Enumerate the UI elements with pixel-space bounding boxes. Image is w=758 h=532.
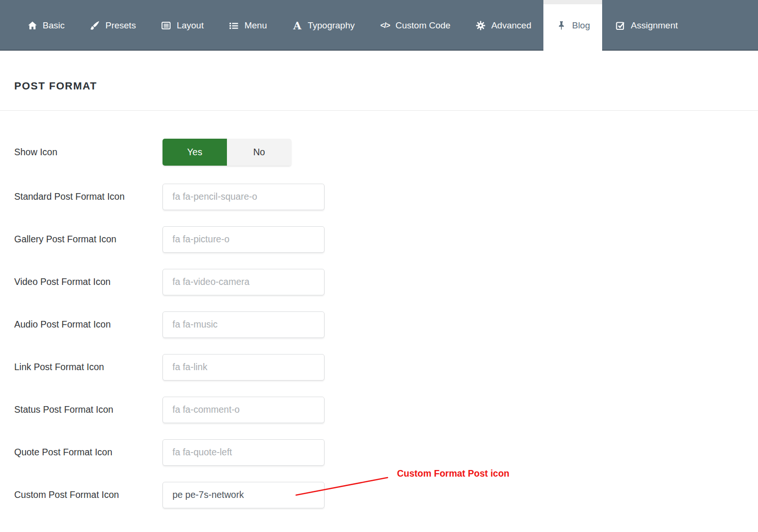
paintbrush-icon [89, 20, 100, 31]
layout-icon [161, 20, 172, 31]
audio-post-format-icon-input[interactable] [162, 311, 325, 338]
field-label: Video Post Format Icon [14, 276, 162, 287]
tab-label: Presets [105, 20, 135, 31]
tab-label: Typography [307, 20, 354, 31]
pin-icon [556, 20, 567, 31]
field-label: Show Icon [14, 147, 162, 158]
tab-assignment[interactable]: Assignment [602, 0, 690, 51]
video-post-format-icon-input[interactable] [162, 269, 325, 295]
typography-icon: A [291, 20, 303, 31]
tab-basic[interactable]: Basic [14, 0, 77, 51]
field-label: Audio Post Format Icon [14, 319, 162, 330]
form-row: Audio Post Format Icon [14, 311, 325, 338]
form-row: Link Post Format Icon [14, 354, 325, 381]
section-divider [0, 110, 758, 111]
gallery-post-format-icon-input[interactable] [162, 226, 325, 253]
gear-icon [475, 20, 487, 31]
tab-label: Custom Code [396, 20, 451, 31]
status-post-format-icon-input[interactable] [162, 397, 325, 423]
show-icon-toggle: Yes No [162, 139, 291, 166]
tab-custom-code[interactable]: </> Custom Code [367, 0, 463, 51]
field-label: Custom Post Format Icon [14, 489, 162, 500]
toggle-yes-button[interactable]: Yes [162, 139, 227, 166]
form-row: Custom Post Format Icon [14, 481, 325, 508]
tab-presets[interactable]: Presets [77, 0, 148, 51]
tab-label: Assignment [631, 20, 677, 31]
toggle-no-button[interactable]: No [227, 139, 291, 166]
tab-label: Basic [43, 20, 64, 31]
tab-label: Menu [244, 20, 267, 31]
tab-menu[interactable]: Menu [216, 0, 280, 51]
form-row: Standard Post Format Icon [14, 183, 325, 210]
form-row: Gallery Post Format Icon [14, 226, 325, 253]
tab-advanced[interactable]: Advanced [463, 0, 544, 51]
field-label: Status Post Format Icon [14, 404, 162, 415]
custom-post-format-icon-input[interactable] [162, 482, 325, 508]
form-row: Video Post Format Icon [14, 268, 325, 295]
tab-layout[interactable]: Layout [148, 0, 216, 51]
field-label: Quote Post Format Icon [14, 447, 162, 458]
field-label: Gallery Post Format Icon [14, 234, 162, 245]
link-post-format-icon-input[interactable] [162, 354, 325, 381]
tab-label: Advanced [491, 20, 532, 31]
quote-post-format-icon-input[interactable] [162, 439, 325, 466]
standard-post-format-icon-input[interactable] [162, 184, 325, 210]
tab-blog[interactable]: Blog [543, 0, 602, 51]
list-icon [228, 20, 240, 31]
form-row: Quote Post Format Icon [14, 439, 325, 466]
home-icon [27, 20, 38, 31]
tab-typography[interactable]: A Typography [279, 0, 367, 51]
code-icon: </> [379, 20, 391, 31]
field-label: Standard Post Format Icon [14, 191, 162, 202]
form-row: Status Post Format Icon [14, 396, 325, 423]
field-label: Link Post Format Icon [14, 362, 162, 372]
annotation-label: Custom Format Post icon [397, 468, 509, 479]
tab-label: Blog [572, 20, 590, 31]
top-tab-bar: Basic Presets Layout Menu A [0, 0, 758, 51]
form-row-show-icon: Show Icon Yes No [14, 139, 291, 166]
checkbox-icon [614, 20, 626, 31]
tab-label: Layout [177, 20, 204, 31]
page-title: POST FORMAT [14, 80, 97, 92]
